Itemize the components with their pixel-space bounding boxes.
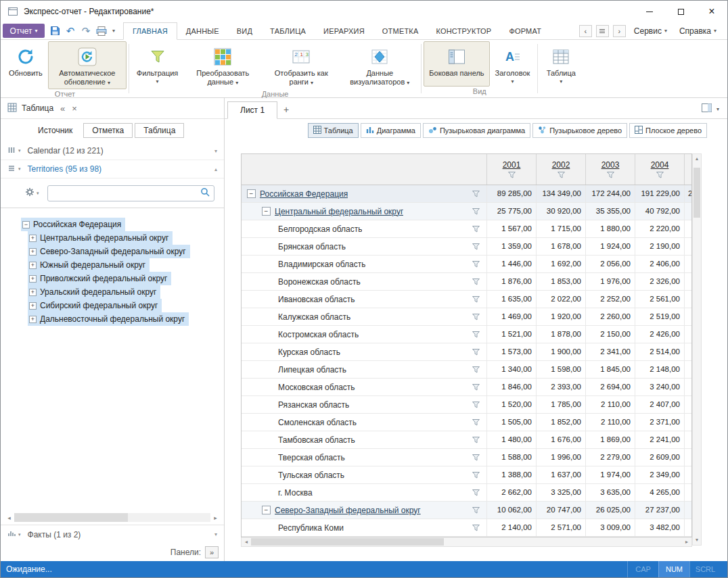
- value-cell[interactable]: 2 241,00: [635, 431, 685, 448]
- ribbon-scroll-left-button[interactable]: ‹: [579, 25, 592, 37]
- ribbon-tab-6[interactable]: КОНСТРУКТОР: [427, 22, 500, 39]
- row-label[interactable]: Брянская область: [278, 242, 346, 251]
- row-label[interactable]: Московская область: [278, 383, 355, 392]
- value-cell[interactable]: 1 340,00: [487, 361, 537, 378]
- column-header-2003[interactable]: 2003: [586, 154, 635, 185]
- row-header[interactable]: Брянская область: [242, 238, 487, 255]
- row-header[interactable]: Тульская область: [242, 466, 487, 483]
- scrollbar-thumb[interactable]: [693, 168, 700, 218]
- row-header[interactable]: −Северо-Западный федеральный округ: [242, 502, 487, 519]
- search-icon[interactable]: [200, 187, 210, 199]
- column-header-2004[interactable]: 2004: [635, 154, 685, 185]
- row-label[interactable]: Рязанская область: [278, 400, 349, 410]
- filter-icon[interactable]: [472, 296, 480, 303]
- tab-selection[interactable]: Отметка: [83, 123, 133, 138]
- row-header[interactable]: Московская область: [242, 379, 487, 395]
- chevron-down-icon[interactable]: ▾: [716, 106, 719, 112]
- value-cell[interactable]: 1 920,00: [537, 308, 586, 325]
- scrollbar-thumb[interactable]: [14, 513, 128, 522]
- value-cell[interactable]: 2 371,00: [635, 414, 685, 431]
- value-cell[interactable]: 1 573,00: [487, 343, 537, 360]
- collapse-icon[interactable]: −: [22, 221, 30, 228]
- view-table-button[interactable]: Таблица: [308, 123, 359, 138]
- tree-item[interactable]: −Российская Федерация: [21, 218, 125, 231]
- row-header[interactable]: Костромская область: [242, 326, 487, 343]
- value-cell[interactable]: 2 279,00: [586, 449, 635, 466]
- auto-refresh-button[interactable]: Автоматическое обновление ▾: [48, 41, 127, 89]
- row-label[interactable]: Калужская область: [278, 312, 350, 322]
- tab-table[interactable]: Таблица: [135, 123, 184, 138]
- value-cell[interactable]: 2 571,00: [537, 519, 586, 536]
- search-input[interactable]: [52, 189, 200, 198]
- value-cell[interactable]: 1 876,00: [487, 273, 537, 290]
- row-label[interactable]: Костромская область: [278, 330, 359, 339]
- value-cell[interactable]: 2 326,00: [635, 273, 685, 290]
- scroll-left-icon[interactable]: ◂: [4, 514, 14, 521]
- ribbon-scroll-right-button[interactable]: ›: [613, 25, 626, 37]
- row-header[interactable]: Тамбовская область: [242, 431, 487, 448]
- column-year-label[interactable]: 2001: [503, 160, 521, 170]
- value-cell[interactable]: 20 747,00: [537, 502, 586, 519]
- row-header[interactable]: Курская область: [242, 343, 487, 360]
- collapse-panel-button[interactable]: «: [60, 103, 65, 114]
- scrollbar-track[interactable]: [251, 537, 682, 546]
- expand-facts-icon[interactable]: ▾: [214, 531, 217, 537]
- value-cell[interactable]: 3 482,00: [635, 519, 685, 536]
- expand-icon[interactable]: +: [29, 302, 37, 310]
- undo-button[interactable]: ↶: [63, 24, 78, 39]
- side-panel-button[interactable]: Боковая панель: [424, 41, 489, 87]
- tree-item[interactable]: +Приволжский федеральный округ: [28, 272, 171, 285]
- collapse-dimension-icon[interactable]: ▴: [214, 166, 217, 172]
- panel-layout-icon[interactable]: [702, 103, 712, 114]
- scroll-right-icon[interactable]: ▸: [210, 514, 221, 521]
- scroll-down-icon[interactable]: ▾: [693, 535, 701, 545]
- scroll-left-icon[interactable]: ◂: [242, 537, 251, 546]
- column-year-label[interactable]: 2003: [601, 160, 620, 170]
- value-cell[interactable]: 1 996,00: [537, 449, 586, 466]
- value-cell[interactable]: 10 062,00: [487, 502, 537, 519]
- filter-icon[interactable]: [472, 366, 480, 373]
- value-cell[interactable]: 2 514,00: [635, 343, 685, 360]
- filter-icon[interactable]: [472, 191, 480, 197]
- value-cell[interactable]: 1 359,00: [487, 238, 537, 255]
- sheet-tab[interactable]: Лист 1: [227, 101, 277, 119]
- expand-icon[interactable]: +: [29, 248, 37, 256]
- chevron-down-icon[interactable]: ▾: [18, 148, 21, 153]
- value-cell[interactable]: 3 635,00: [586, 484, 635, 501]
- row-label[interactable]: Смоленская область: [278, 418, 357, 427]
- row-header[interactable]: Воронежская область: [242, 273, 487, 290]
- view-chart-button[interactable]: Диаграмма: [361, 123, 421, 138]
- tree-item[interactable]: +Сибирский федеральный округ: [28, 299, 162, 312]
- value-cell[interactable]: 1 480,00: [487, 431, 537, 448]
- value-cell[interactable]: 30 920,00: [537, 203, 586, 220]
- collapse-icon[interactable]: −: [262, 506, 271, 514]
- row-header[interactable]: −Центральный федеральный округ: [242, 203, 487, 220]
- row-label[interactable]: Владимирская область: [278, 260, 365, 269]
- ribbon-tab-7[interactable]: ФОРМАТ: [500, 22, 550, 39]
- value-cell[interactable]: 1 869,00: [586, 431, 635, 448]
- scrollbar-track[interactable]: [693, 164, 701, 535]
- value-cell[interactable]: 2 056,00: [586, 256, 635, 272]
- value-cell[interactable]: 1 388,00: [487, 466, 537, 483]
- value-cell[interactable]: 2 406,00: [635, 256, 685, 272]
- value-cell[interactable]: 1 446,00: [487, 256, 537, 272]
- value-cell[interactable]: 134 349,00: [537, 185, 586, 202]
- value-cell[interactable]: 1 976,00: [586, 273, 635, 290]
- facts-section[interactable]: ▾ Факты (1 из 2) ▾: [1, 525, 224, 544]
- settings-gear-button[interactable]: ▾: [25, 187, 39, 199]
- row-label[interactable]: Курская область: [278, 347, 340, 357]
- minimize-button[interactable]: [634, 1, 665, 22]
- table-button[interactable]: Таблица ▾: [540, 41, 582, 95]
- row-header[interactable]: −Российская Федерация: [242, 185, 487, 202]
- filter-icon[interactable]: [472, 525, 480, 531]
- horizontal-scrollbar[interactable]: ◂ ▸: [241, 537, 692, 547]
- chevron-down-icon[interactable]: ▾: [18, 166, 21, 172]
- column-year-label[interactable]: 2002: [552, 160, 570, 170]
- vertical-scrollbar[interactable]: ▴ ▾: [692, 153, 702, 546]
- value-cell[interactable]: 2 022,00: [537, 291, 586, 308]
- row-label[interactable]: Тверская область: [278, 453, 345, 462]
- save-button[interactable]: [47, 24, 62, 39]
- report-menu-button[interactable]: Отчет▾: [3, 24, 45, 38]
- tree-item[interactable]: +Южный федеральный округ: [28, 258, 150, 272]
- show-as-ranks-button[interactable]: 213 Отобразить как ранги ▾: [262, 41, 340, 89]
